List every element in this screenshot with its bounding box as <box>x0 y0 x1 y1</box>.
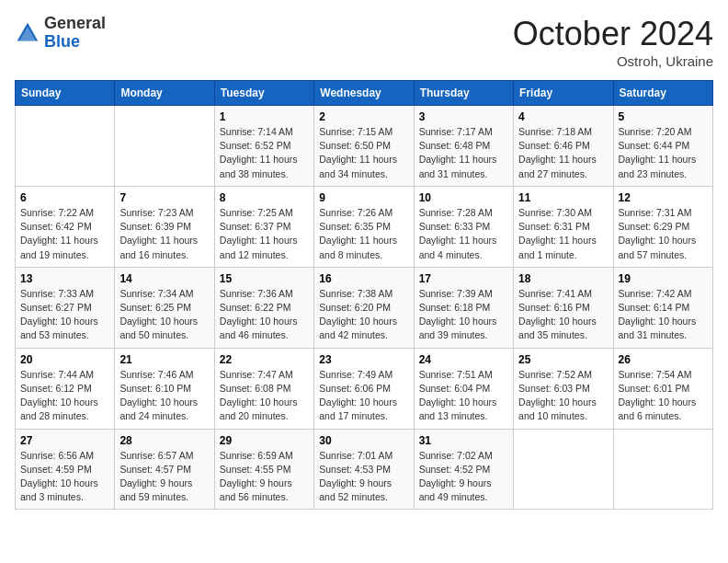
day-number: 30 <box>319 434 408 447</box>
day-cell: 15Sunrise: 7:36 AM Sunset: 6:22 PM Dayli… <box>214 267 313 348</box>
day-number: 6 <box>20 191 109 204</box>
day-cell <box>514 429 613 510</box>
day-number: 9 <box>319 191 408 204</box>
day-detail: Sunrise: 7:30 AM Sunset: 6:31 PM Dayligh… <box>518 206 608 262</box>
day-cell: 18Sunrise: 7:41 AM Sunset: 6:16 PM Dayli… <box>514 267 613 348</box>
week-row-4: 20Sunrise: 7:44 AM Sunset: 6:12 PM Dayli… <box>16 348 713 429</box>
day-number: 2 <box>319 110 408 123</box>
day-number: 16 <box>319 272 408 285</box>
day-detail: Sunrise: 6:57 AM Sunset: 4:57 PM Dayligh… <box>119 449 209 505</box>
week-row-2: 6Sunrise: 7:22 AM Sunset: 6:42 PM Daylig… <box>16 186 713 267</box>
day-cell: 25Sunrise: 7:52 AM Sunset: 6:03 PM Dayli… <box>514 348 613 429</box>
day-number: 28 <box>119 434 209 447</box>
day-detail: Sunrise: 7:46 AM Sunset: 6:10 PM Dayligh… <box>119 368 209 424</box>
day-detail: Sunrise: 7:42 AM Sunset: 6:14 PM Dayligh… <box>619 287 708 343</box>
month-title: October 2024 <box>513 15 713 53</box>
day-cell <box>613 429 712 510</box>
day-number: 7 <box>119 191 209 204</box>
page-header: General Blue October 2024 Ostroh, Ukrain… <box>15 15 713 69</box>
day-detail: Sunrise: 7:23 AM Sunset: 6:39 PM Dayligh… <box>119 206 209 262</box>
day-detail: Sunrise: 7:34 AM Sunset: 6:25 PM Dayligh… <box>119 287 209 343</box>
day-number: 1 <box>220 110 309 123</box>
weekday-header-row: SundayMondayTuesdayWednesdayThursdayFrid… <box>16 81 713 106</box>
day-cell: 3Sunrise: 7:17 AM Sunset: 6:48 PM Daylig… <box>414 106 513 187</box>
day-detail: Sunrise: 7:31 AM Sunset: 6:29 PM Dayligh… <box>619 206 708 262</box>
weekday-header-wednesday: Wednesday <box>314 81 414 106</box>
day-number: 15 <box>220 272 309 285</box>
day-cell: 9Sunrise: 7:26 AM Sunset: 6:35 PM Daylig… <box>314 186 414 267</box>
day-detail: Sunrise: 7:52 AM Sunset: 6:03 PM Dayligh… <box>518 368 608 424</box>
day-cell: 24Sunrise: 7:51 AM Sunset: 6:04 PM Dayli… <box>414 348 513 429</box>
day-detail: Sunrise: 7:47 AM Sunset: 6:08 PM Dayligh… <box>220 368 309 424</box>
day-cell: 4Sunrise: 7:18 AM Sunset: 6:46 PM Daylig… <box>514 106 613 187</box>
day-detail: Sunrise: 7:17 AM Sunset: 6:48 PM Dayligh… <box>419 125 508 181</box>
day-detail: Sunrise: 7:28 AM Sunset: 6:33 PM Dayligh… <box>419 206 508 262</box>
day-detail: Sunrise: 7:25 AM Sunset: 6:37 PM Dayligh… <box>220 206 309 262</box>
day-number: 29 <box>220 434 309 447</box>
day-number: 25 <box>518 353 608 366</box>
logo: General Blue <box>15 15 106 52</box>
day-detail: Sunrise: 7:51 AM Sunset: 6:04 PM Dayligh… <box>419 368 508 424</box>
day-number: 12 <box>619 191 708 204</box>
day-detail: Sunrise: 7:01 AM Sunset: 4:53 PM Dayligh… <box>319 449 408 505</box>
calendar-table: SundayMondayTuesdayWednesdayThursdayFrid… <box>15 80 713 510</box>
day-number: 17 <box>419 272 508 285</box>
day-detail: Sunrise: 7:41 AM Sunset: 6:16 PM Dayligh… <box>518 287 608 343</box>
day-cell: 16Sunrise: 7:38 AM Sunset: 6:20 PM Dayli… <box>314 267 414 348</box>
week-row-1: 1Sunrise: 7:14 AM Sunset: 6:52 PM Daylig… <box>16 106 713 187</box>
day-cell: 7Sunrise: 7:23 AM Sunset: 6:39 PM Daylig… <box>115 186 214 267</box>
day-number: 26 <box>619 353 708 366</box>
day-number: 24 <box>419 353 508 366</box>
weekday-header-sunday: Sunday <box>16 81 115 106</box>
day-cell: 29Sunrise: 6:59 AM Sunset: 4:55 PM Dayli… <box>214 429 313 510</box>
day-number: 23 <box>319 353 408 366</box>
weekday-header-friday: Friday <box>514 81 613 106</box>
day-cell: 12Sunrise: 7:31 AM Sunset: 6:29 PM Dayli… <box>613 186 712 267</box>
day-cell: 28Sunrise: 6:57 AM Sunset: 4:57 PM Dayli… <box>115 429 214 510</box>
day-cell: 22Sunrise: 7:47 AM Sunset: 6:08 PM Dayli… <box>214 348 313 429</box>
day-number: 13 <box>20 272 109 285</box>
day-detail: Sunrise: 7:49 AM Sunset: 6:06 PM Dayligh… <box>319 368 408 424</box>
day-cell: 14Sunrise: 7:34 AM Sunset: 6:25 PM Dayli… <box>115 267 214 348</box>
day-number: 3 <box>419 110 508 123</box>
day-detail: Sunrise: 7:44 AM Sunset: 6:12 PM Dayligh… <box>20 368 109 424</box>
day-cell: 13Sunrise: 7:33 AM Sunset: 6:27 PM Dayli… <box>16 267 115 348</box>
day-cell: 21Sunrise: 7:46 AM Sunset: 6:10 PM Dayli… <box>115 348 214 429</box>
day-cell: 6Sunrise: 7:22 AM Sunset: 6:42 PM Daylig… <box>16 186 115 267</box>
day-cell <box>16 106 115 187</box>
weekday-header-tuesday: Tuesday <box>214 81 313 106</box>
day-detail: Sunrise: 7:14 AM Sunset: 6:52 PM Dayligh… <box>220 125 309 181</box>
title-block: October 2024 Ostroh, Ukraine <box>513 15 713 69</box>
day-number: 14 <box>119 272 209 285</box>
day-detail: Sunrise: 7:36 AM Sunset: 6:22 PM Dayligh… <box>220 287 309 343</box>
day-cell: 5Sunrise: 7:20 AM Sunset: 6:44 PM Daylig… <box>613 106 712 187</box>
day-number: 31 <box>419 434 508 447</box>
day-detail: Sunrise: 7:22 AM Sunset: 6:42 PM Dayligh… <box>20 206 109 262</box>
day-detail: Sunrise: 7:33 AM Sunset: 6:27 PM Dayligh… <box>20 287 109 343</box>
day-cell: 10Sunrise: 7:28 AM Sunset: 6:33 PM Dayli… <box>414 186 513 267</box>
day-number: 5 <box>619 110 708 123</box>
day-number: 10 <box>419 191 508 204</box>
day-detail: Sunrise: 6:59 AM Sunset: 4:55 PM Dayligh… <box>220 449 309 505</box>
day-cell: 20Sunrise: 7:44 AM Sunset: 6:12 PM Dayli… <box>16 348 115 429</box>
day-number: 21 <box>119 353 209 366</box>
day-cell: 2Sunrise: 7:15 AM Sunset: 6:50 PM Daylig… <box>314 106 414 187</box>
day-cell: 17Sunrise: 7:39 AM Sunset: 6:18 PM Dayli… <box>414 267 513 348</box>
day-cell <box>115 106 214 187</box>
day-detail: Sunrise: 7:18 AM Sunset: 6:46 PM Dayligh… <box>518 125 608 181</box>
day-number: 20 <box>20 353 109 366</box>
day-cell: 27Sunrise: 6:56 AM Sunset: 4:59 PM Dayli… <box>16 429 115 510</box>
day-detail: Sunrise: 6:56 AM Sunset: 4:59 PM Dayligh… <box>20 449 109 505</box>
location: Ostroh, Ukraine <box>513 53 713 69</box>
weekday-header-saturday: Saturday <box>613 81 712 106</box>
day-cell: 1Sunrise: 7:14 AM Sunset: 6:52 PM Daylig… <box>214 106 313 187</box>
day-cell: 23Sunrise: 7:49 AM Sunset: 6:06 PM Dayli… <box>314 348 414 429</box>
day-detail: Sunrise: 7:15 AM Sunset: 6:50 PM Dayligh… <box>319 125 408 181</box>
day-cell: 30Sunrise: 7:01 AM Sunset: 4:53 PM Dayli… <box>314 429 414 510</box>
weekday-header-monday: Monday <box>115 81 214 106</box>
day-detail: Sunrise: 7:26 AM Sunset: 6:35 PM Dayligh… <box>319 206 408 262</box>
day-number: 27 <box>20 434 109 447</box>
day-number: 11 <box>518 191 608 204</box>
logo-icon <box>15 20 40 46</box>
day-detail: Sunrise: 7:02 AM Sunset: 4:52 PM Dayligh… <box>419 449 508 505</box>
